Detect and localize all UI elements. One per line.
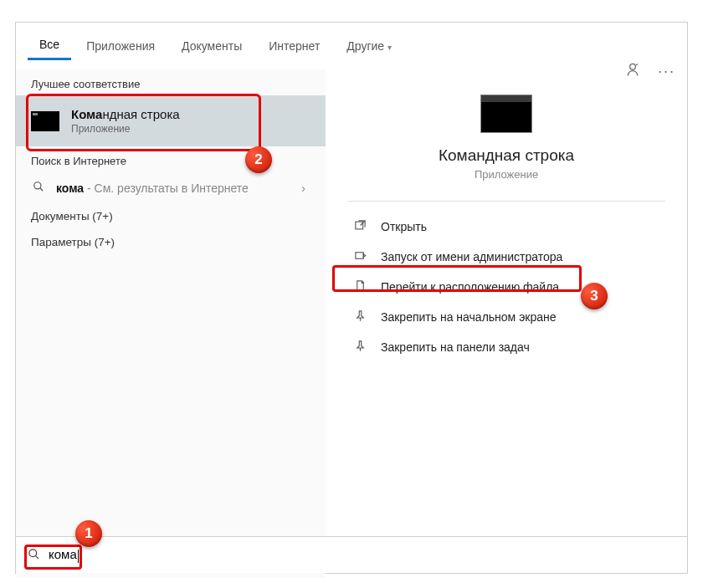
results-column: Лучшее соответствие Командная строка При…: [16, 69, 326, 578]
action-label: Запуск от имени администратора: [381, 250, 562, 263]
svg-point-0: [630, 64, 636, 69]
tab-all[interactable]: Все: [28, 31, 71, 60]
action-open[interactable]: Открыть: [331, 212, 682, 242]
pin-taskbar-icon: [351, 340, 369, 355]
search-input[interactable]: кома: [49, 547, 79, 562]
best-match-item[interactable]: Командная строка Приложение: [16, 95, 326, 146]
tab-apps[interactable]: Приложения: [74, 33, 167, 59]
open-icon: [351, 219, 369, 234]
preview-column: Командная строка Приложение Открыть Запу…: [326, 69, 687, 578]
svg-rect-3: [355, 222, 362, 229]
action-pin-start[interactable]: Закрепить на начальном экране: [331, 302, 682, 332]
shield-icon: [351, 249, 369, 264]
category-settings[interactable]: Параметры (7+): [16, 229, 326, 255]
chevron-down-icon: ▾: [387, 43, 392, 52]
tab-web[interactable]: Интернет: [257, 33, 331, 59]
tab-documents[interactable]: Документы: [170, 33, 254, 59]
pin-start-icon: [351, 309, 369, 325]
cmd-icon: [31, 111, 59, 131]
search-icon: [28, 548, 40, 563]
section-search-web: Поиск в Интернете: [16, 146, 326, 172]
section-best-match: Лучшее соответствие: [16, 69, 326, 95]
best-match-subtitle: Приложение: [71, 123, 180, 135]
action-label: Перейти к расположению файла: [381, 280, 559, 294]
svg-rect-4: [355, 253, 362, 259]
search-icon: [31, 181, 46, 195]
preview-title: Командная строка: [439, 146, 574, 165]
svg-line-8: [35, 555, 38, 559]
preview-subtitle: Приложение: [475, 168, 538, 181]
category-documents[interactable]: Документы (7+): [16, 203, 326, 229]
svg-point-1: [34, 182, 41, 189]
start-search-panel: Все Приложения Документы Интернет Другие…: [15, 22, 688, 574]
chevron-right-icon: ›: [301, 182, 305, 195]
web-search-item[interactable]: кома - См. результаты в Интернете ›: [16, 172, 326, 203]
preview-app-icon: [480, 95, 532, 133]
action-run-as-admin[interactable]: Запуск от имени администратора: [331, 242, 682, 272]
more-options-icon[interactable]: ···: [658, 63, 675, 80]
svg-line-2: [40, 188, 44, 192]
svg-point-7: [29, 549, 37, 556]
search-bar[interactable]: кома: [16, 536, 687, 573]
best-match-title: Командная строка: [71, 107, 180, 121]
action-label: Закрепить на начальном экране: [381, 310, 557, 324]
divider: [347, 201, 665, 202]
feedback-icon[interactable]: [624, 61, 641, 82]
action-pin-taskbar[interactable]: Закрепить на панели задач: [331, 332, 682, 362]
folder-icon: [351, 279, 369, 294]
action-label: Закрепить на панели задач: [381, 340, 530, 354]
filter-tabs: Все Приложения Документы Интернет Другие…: [16, 23, 687, 69]
action-open-location[interactable]: Перейти к расположению файла: [331, 272, 682, 302]
tab-more[interactable]: Другие▾: [335, 33, 403, 59]
action-label: Открыть: [381, 220, 427, 233]
web-search-text: кома - См. результаты в Интернете: [56, 182, 249, 195]
